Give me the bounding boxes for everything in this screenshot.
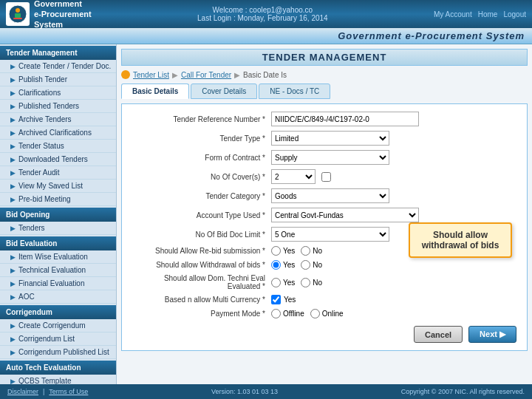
sidebar-item-published-tenders[interactable]: ▶Published Tenders <box>0 100 116 113</box>
label-dom-tech: Should allow Dom. Techni Eval Evaluated … <box>132 274 265 290</box>
sidebar-item-clarifications[interactable]: ▶Clarifications <box>0 86 116 100</box>
form-row-tender-type: Tender Type * Limited <box>132 131 516 146</box>
breadcrumb-sep2: ▶ <box>234 71 240 79</box>
select-tender-category[interactable]: Goods <box>271 188 389 203</box>
next-button[interactable]: Next ▶ <box>468 326 516 343</box>
form-row-no-of-covers: No Of Cover(s) * 2 <box>132 169 516 184</box>
cancel-button[interactable]: Cancel <box>414 326 463 343</box>
radio-rebid-no[interactable] <box>301 246 310 256</box>
radio-group-withdrawal: Yes No <box>271 260 322 270</box>
button-row: Cancel Next ▶ <box>132 326 516 343</box>
checkbox-multi-currency[interactable] <box>271 295 281 304</box>
sidebar-section-tender-management: Tender Management <box>0 46 116 60</box>
sidebar-item-aoc[interactable]: ▶AOC <box>0 290 116 304</box>
checkbox-covers[interactable] <box>321 172 331 182</box>
radio-withdrawal-yes[interactable] <box>271 260 281 270</box>
footer-version: Version: 1.03 01 03 13 <box>211 388 278 395</box>
input-ref-number[interactable] <box>271 112 419 126</box>
select-account-type[interactable]: Central Govt-Fundas <box>271 208 419 222</box>
svg-rect-2 <box>15 13 21 18</box>
logout-link[interactable]: Logout <box>503 10 526 18</box>
content-area: TENDER MANAGEMENT Tender List ▶ Call For… <box>117 44 532 399</box>
radio-domtech-yes[interactable] <box>271 278 281 287</box>
logo: Government e-Procurement System <box>6 0 92 30</box>
label-bid-doc-limit: No Of Bid Doc Limit * <box>132 231 265 239</box>
select-no-of-covers[interactable]: 2 <box>271 169 316 184</box>
footer-disclaimer[interactable]: Disclaimer <box>7 388 38 395</box>
form-row-tender-category: Tender Category * Goods <box>132 188 516 203</box>
radio-group-rebid: Yes No <box>271 246 322 256</box>
sidebar-item-archived-clarifications[interactable]: ▶Archived Clarifications <box>0 126 116 140</box>
label-rebid: Should Allow Re-bid submission * <box>132 247 265 255</box>
radio-payment-offline[interactable] <box>271 309 281 318</box>
logo-text: Government e-Procurement System <box>34 0 92 30</box>
form-row-dom-tech: Should allow Dom. Techni Eval Evaluated … <box>132 274 516 290</box>
header: Government e-Procurement System Welcome … <box>0 0 532 28</box>
label-ref-number: Tender Reference Number * <box>132 115 265 123</box>
label-payment-mode: Payment Mode * <box>132 310 265 318</box>
sidebar-item-tender-audit[interactable]: ▶Tender Audit <box>0 166 116 180</box>
breadcrumb-call-for-tender[interactable]: Call For Tender <box>181 71 231 79</box>
tooltip-callout: Should allow withdrawal of bids <box>409 222 512 258</box>
header-user-info: Welcome : coolep1@yahoo.co Last Login : … <box>197 6 328 22</box>
tab-basic-details[interactable]: Basic Details <box>121 83 189 99</box>
home-link[interactable]: Home <box>478 10 498 18</box>
form-row-multi-currency: Based n allow Multi Currency * Yes <box>132 295 516 304</box>
sidebar-item-financial-eval[interactable]: ▶Financial Evaluation <box>0 277 116 290</box>
radio-withdrawal-no[interactable] <box>301 260 310 270</box>
logo-icon <box>6 2 30 26</box>
sidebar-item-technical-eval[interactable]: ▶Technical Evaluation <box>0 264 116 277</box>
select-tender-type[interactable]: Limited <box>271 131 389 146</box>
sidebar-item-view-saved[interactable]: ▶View My Saved List <box>0 180 116 193</box>
sidebar: Tender Management ▶Create Tender / Tende… <box>0 44 117 399</box>
breadcrumb: Tender List ▶ Call For Tender ▶ Basic Da… <box>121 70 528 79</box>
sidebar-item-item-wise[interactable]: ▶Item Wise Evaluation <box>0 250 116 264</box>
select-form-of-contract[interactable]: Supply <box>271 150 389 165</box>
footer-terms[interactable]: Terms of Use <box>49 388 88 395</box>
sidebar-item-downloaded-tenders[interactable]: ▶Downloaded Tenders <box>0 153 116 166</box>
radio-domtech-no[interactable] <box>301 278 310 287</box>
radio-group-dom-tech: Yes No <box>271 278 322 287</box>
sidebar-item-tender-status[interactable]: ▶Tender Status <box>0 140 116 153</box>
svg-rect-3 <box>13 18 22 19</box>
radio-payment-online[interactable] <box>310 309 320 318</box>
label-multi-currency: Based n allow Multi Currency * <box>132 296 265 304</box>
sidebar-item-create-tender[interactable]: ▶Create Tender / Tender Doc. <box>0 60 116 73</box>
label-withdrawal: Should allow Withdrawal of bids * <box>132 261 265 269</box>
sidebar-item-corrigendum-published[interactable]: ▶Corrigendum Published List <box>0 346 116 359</box>
form-row-ref-number: Tender Reference Number * <box>132 112 516 126</box>
page-title: TENDER MANAGEMENT <box>121 49 528 66</box>
form-row-form-of-contract: Form of Contract * Supply <box>132 150 516 165</box>
footer-copyright: Copyright © 2007 NIC. All rights reserve… <box>401 388 525 395</box>
multi-currency-value: Yes <box>284 296 296 304</box>
system-title: Government e-Procurement System <box>338 30 525 41</box>
checkbox-row-multi-currency: Yes <box>271 295 296 304</box>
breadcrumb-tender-list[interactable]: Tender List <box>133 71 169 79</box>
radio-rebid-yes[interactable] <box>271 246 281 256</box>
footer: Disclaimer | Terms of Use Version: 1.03 … <box>0 384 532 399</box>
label-form-of-contract: Form of Contract * <box>132 154 265 162</box>
footer-separator: | <box>43 388 44 395</box>
sidebar-section-bid-opening: Bid Opening <box>0 208 116 222</box>
sidebar-item-tenders[interactable]: ▶Tenders <box>0 222 116 235</box>
sidebar-item-publish-tender[interactable]: ▶Publish Tender <box>0 73 116 86</box>
tab-ne-docs[interactable]: NE - Docs / TC <box>259 83 330 99</box>
form-row-payment-mode: Payment Mode * Offline Online <box>132 309 516 318</box>
subheader: Government e-Procurement System <box>0 28 532 44</box>
sidebar-item-create-corrigendum[interactable]: ▶Create Corrigendum <box>0 319 116 332</box>
sidebar-item-corrigendum-list[interactable]: ▶Corrigendum List <box>0 332 116 346</box>
main-layout: Tender Management ▶Create Tender / Tende… <box>0 44 532 399</box>
label-tender-type: Tender Type * <box>132 134 265 143</box>
tabs: Basic Details Cover Details NE - Docs / … <box>121 83 528 99</box>
my-account-link[interactable]: My Account <box>434 10 472 18</box>
select-bid-doc-limit[interactable]: 5 One <box>271 227 389 242</box>
tab-cover-details[interactable]: Cover Details <box>191 83 257 99</box>
header-nav: My Account Home Logout <box>434 10 526 18</box>
sidebar-item-prebid-meeting[interactable]: ▶Pre-bid Meeting <box>0 193 116 206</box>
svg-point-1 <box>16 8 20 13</box>
label-account-type: Account Type Used * <box>132 211 265 219</box>
sidebar-item-archive-tenders[interactable]: ▶Archive Tenders <box>0 113 116 126</box>
radio-group-payment-mode: Offline Online <box>271 309 344 318</box>
breadcrumb-icon <box>121 70 130 79</box>
form-container: Should allow withdrawal of bids Tender R… <box>121 103 528 351</box>
